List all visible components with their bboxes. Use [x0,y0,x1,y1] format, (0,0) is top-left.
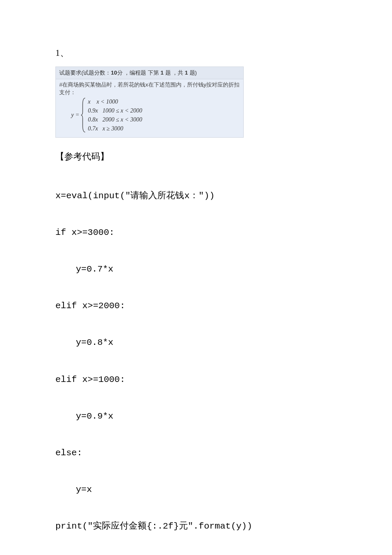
formula-1: y = x x < 1000 0.9x 1000 ≤ x < 2000 0.8x… [59,97,240,133]
code-line: y=0.7*x [55,260,339,278]
code-line: elif x>=1000: [55,370,339,389]
header-total: 1 [185,69,188,76]
brace-icon [81,97,86,133]
document-page: 1、 试题要求(试题分数：10分 ，编程题 下第 1 题 ，共 1 题) #在商… [0,0,392,555]
case-2: 0.9x 1000 ≤ x < 2000 [88,106,142,115]
problem-description: #在商场购买某物品时，若所花的钱x在下述范围内，所付钱y按对应的折扣支付： [59,81,240,96]
case-3: 0.8x 2000 ≤ x < 3000 [88,115,142,124]
code-line: if x>=3000: [55,223,339,242]
code-line: y=x [55,480,339,499]
code-block-1: x=eval(input("请输入所花钱x：")) if x>=3000: y=… [55,168,339,555]
reference-code-label-1: 【参考代码】 [55,150,339,162]
case-1: x x < 1000 [88,97,142,106]
case-4: 0.7x x ≥ 3000 [88,124,142,133]
code-line: x=eval(input("请输入所花钱x：")) [55,187,339,205]
header-score: 10 [111,69,117,76]
code-line: else: [55,444,339,462]
header-qn: 1 [161,69,164,76]
header-mid1: 分 ，编程题 下第 [117,69,161,76]
formula-1-lhs: y = [71,112,79,119]
code-line: y=0.9*x [55,407,339,425]
problem-box: 试题要求(试题分数：10分 ，编程题 下第 1 题 ，共 1 题) #在商场购买… [55,66,244,138]
code-line: print("实际应付金额{:.2f}元".format(y)) [55,517,339,535]
code-line: elif x>=2000: [55,297,339,315]
header-suffix: 题) [188,69,197,76]
problem-body: #在商场购买某物品时，若所花的钱x在下述范围内，所付钱y按对应的折扣支付： y … [56,79,243,137]
header-prefix: 试题要求(试题分数： [59,69,111,76]
formula-1-cases: x x < 1000 0.9x 1000 ≤ x < 2000 0.8x 200… [88,97,142,133]
problem-header: 试题要求(试题分数：10分 ，编程题 下第 1 题 ，共 1 题) [56,67,243,79]
question-1-number: 1、 [55,47,339,59]
code-line: y=0.8*x [55,333,339,352]
header-mid2: 题 ，共 [164,69,185,76]
